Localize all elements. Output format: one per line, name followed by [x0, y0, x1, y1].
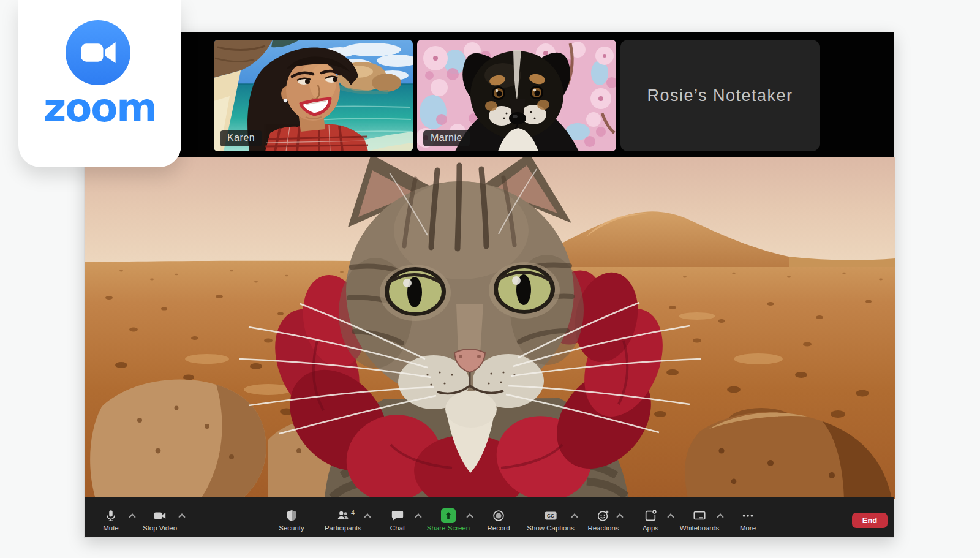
svg-text:CC: CC — [547, 513, 554, 519]
stop-video-label: Stop Video — [143, 524, 177, 532]
captions-icon: CC — [544, 508, 557, 524]
chat-label: Chat — [390, 524, 405, 532]
record-button[interactable]: Record — [470, 497, 527, 537]
whiteboard-icon — [693, 508, 706, 524]
participants-count: 4 — [351, 509, 355, 516]
show-captions-button[interactable]: CC Show Captions — [522, 497, 579, 537]
shield-icon — [285, 508, 298, 524]
zoom-camera-icon — [66, 20, 130, 85]
more-icon — [741, 508, 755, 524]
video-camera-icon — [153, 508, 167, 524]
chat-bubble-icon — [391, 508, 404, 524]
more-button[interactable]: More — [720, 497, 776, 537]
mars-background-art — [85, 157, 895, 499]
participants-label: Participants — [325, 524, 361, 532]
name-tag-marnie: Marnie — [423, 130, 470, 146]
security-button[interactable]: Security — [263, 497, 320, 537]
more-label: More — [740, 524, 756, 532]
show-captions-label: Show Captions — [527, 524, 574, 532]
name-tag-karen: Karen — [220, 130, 262, 146]
reactions-icon — [597, 508, 610, 524]
microphone-icon — [104, 508, 118, 524]
mute-label: Mute — [103, 524, 119, 532]
zoom-meeting-window: Karen — [84, 32, 894, 538]
marnie-dog — [455, 50, 579, 151]
participants-button[interactable]: Participants 4 — [315, 497, 371, 537]
earring — [284, 99, 287, 102]
video-tile-strip: Karen — [85, 32, 894, 157]
page-background: Karen — [0, 0, 980, 558]
reactions-label: Reactions — [587, 524, 619, 532]
end-meeting-button[interactable]: End — [852, 513, 888, 528]
participant-tile-marnie[interactable]: Marnie — [417, 40, 616, 151]
participants-icon — [336, 508, 350, 524]
zoom-logo-card: zoom — [18, 0, 181, 167]
participant-tile-karen[interactable]: Karen — [214, 40, 413, 151]
record-label: Record — [487, 524, 510, 532]
participant-tile-rosie-notetaker[interactable]: Rosie’s Notetaker — [620, 40, 820, 151]
main-video-stage — [85, 157, 895, 499]
apps-icon — [644, 508, 657, 524]
security-label: Security — [279, 524, 304, 532]
whiteboards-label: Whiteboards — [680, 524, 720, 532]
zoom-wordmark: zoom — [18, 88, 181, 127]
participant-name: Karen — [227, 132, 255, 143]
apps-label: Apps — [643, 524, 658, 532]
share-screen-label: Share Screen — [427, 524, 470, 532]
share-screen-icon — [441, 508, 456, 524]
participant-name: Rosie’s Notetaker — [647, 86, 793, 105]
meeting-toolbar: Mute Stop Video Security Parti — [85, 497, 894, 537]
record-icon — [492, 508, 505, 524]
participant-name: Marnie — [431, 132, 462, 143]
